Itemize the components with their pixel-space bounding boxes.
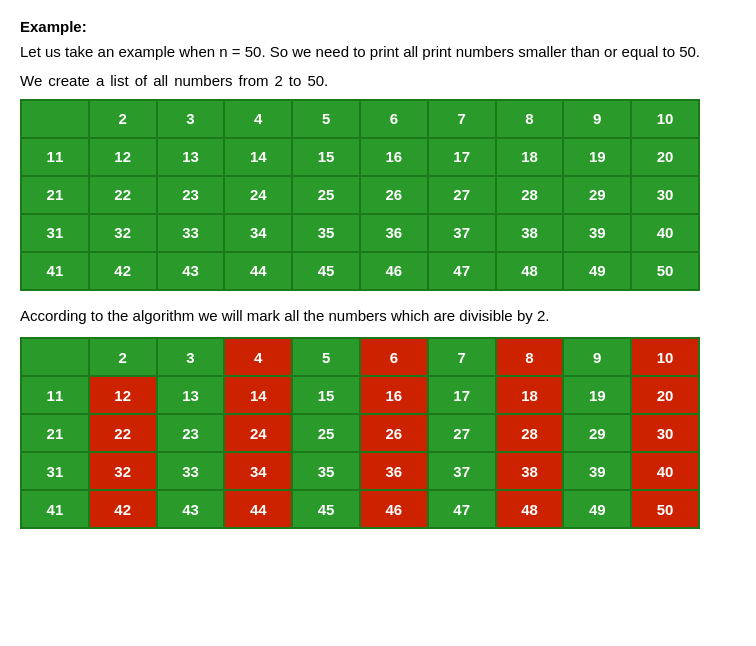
grid1-cell-r4-c9: 50: [631, 252, 699, 290]
grid2-cell-r3-c9: 40: [631, 452, 699, 490]
grid1-cell-r1-c2: 13: [157, 138, 225, 176]
grid2-cell-r2-c4: 25: [292, 414, 360, 452]
grid1-cell-r2-c2: 23: [157, 176, 225, 214]
grid1-cell-r2-c0: 21: [21, 176, 89, 214]
grid2-cell-r1-c3: 14: [224, 376, 292, 414]
grid1-cell-r4-c1: 42: [89, 252, 157, 290]
grid2-cell-r4-c6: 47: [428, 490, 496, 528]
grid1-cell-r0-c8: 9: [563, 100, 631, 138]
grid1-cell-r4-c3: 44: [224, 252, 292, 290]
grid2-cell-r3-c5: 36: [360, 452, 428, 490]
grid1-cell-r2-c5: 26: [360, 176, 428, 214]
grid1-cell-r0-c6: 7: [428, 100, 496, 138]
grid2-cell-r3-c3: 34: [224, 452, 292, 490]
grid2-cell-r4-c7: 48: [496, 490, 564, 528]
grid2-cell-r3-c6: 37: [428, 452, 496, 490]
grid1-cell-r0-c1: 2: [89, 100, 157, 138]
grid2-cell-r3-c2: 33: [157, 452, 225, 490]
grid2-cell-r1-c6: 17: [428, 376, 496, 414]
grid1-cell-r0-c0: [21, 100, 89, 138]
description-text: Let us take an example when n = 50. So w…: [20, 41, 736, 64]
grid1-cell-r3-c4: 35: [292, 214, 360, 252]
grid2-cell-r1-c9: 20: [631, 376, 699, 414]
grid1-cell-r1-c8: 19: [563, 138, 631, 176]
word-create: create: [48, 72, 90, 89]
grid1-cell-r0-c5: 6: [360, 100, 428, 138]
word-numbers: numbers: [174, 72, 232, 89]
grid2-cell-r3-c4: 35: [292, 452, 360, 490]
grid1-cell-r3-c7: 38: [496, 214, 564, 252]
grid1-cell-r4-c6: 47: [428, 252, 496, 290]
word-list: list: [110, 72, 128, 89]
word-of: of: [135, 72, 148, 89]
grid1-cell-r0-c7: 8: [496, 100, 564, 138]
grid1-cell-r2-c8: 29: [563, 176, 631, 214]
grid1-cell-r3-c1: 32: [89, 214, 157, 252]
grid1-cell-r3-c8: 39: [563, 214, 631, 252]
grid1-cell-r3-c0: 31: [21, 214, 89, 252]
grid2-cell-r0-c5: 6: [360, 338, 428, 376]
grid2-cell-r2-c3: 24: [224, 414, 292, 452]
grid2-cell-r4-c3: 44: [224, 490, 292, 528]
grid2-cell-r4-c0: 41: [21, 490, 89, 528]
grid1-cell-r0-c2: 3: [157, 100, 225, 138]
word-a: a: [96, 72, 104, 89]
grid1-table: 2345678910111213141516171819202122232425…: [20, 99, 700, 291]
grid2-cell-r3-c8: 39: [563, 452, 631, 490]
word-we: We: [20, 72, 42, 89]
grid2-cell-r4-c4: 45: [292, 490, 360, 528]
grid2-cell-r2-c7: 28: [496, 414, 564, 452]
grid2-cell-r1-c7: 18: [496, 376, 564, 414]
grid1-cell-r2-c3: 24: [224, 176, 292, 214]
grid2-cell-r2-c6: 27: [428, 414, 496, 452]
grid2-cell-r1-c8: 19: [563, 376, 631, 414]
grid2-cell-r0-c1: 2: [89, 338, 157, 376]
grid1-cell-r1-c5: 16: [360, 138, 428, 176]
word-50: 50.: [307, 72, 328, 89]
grid2-cell-r2-c2: 23: [157, 414, 225, 452]
grid1-cell-r4-c0: 41: [21, 252, 89, 290]
grid1-cell-r0-c3: 4: [224, 100, 292, 138]
grid2-cell-r3-c7: 38: [496, 452, 564, 490]
grid2-cell-r2-c8: 29: [563, 414, 631, 452]
word-to: to: [289, 72, 302, 89]
grid2-cell-r2-c1: 22: [89, 414, 157, 452]
grid2-cell-r2-c9: 30: [631, 414, 699, 452]
grid2-cell-r0-c9: 10: [631, 338, 699, 376]
grid2-cell-r4-c8: 49: [563, 490, 631, 528]
grid1-cell-r3-c6: 37: [428, 214, 496, 252]
grid2-cell-r0-c0: [21, 338, 89, 376]
grid2-cell-r1-c0: 11: [21, 376, 89, 414]
grid2-cell-r4-c5: 46: [360, 490, 428, 528]
grid1-cell-r3-c9: 40: [631, 214, 699, 252]
sentence-row: We create a list of all numbers from 2 t…: [20, 72, 736, 89]
grid2-cell-r0-c7: 8: [496, 338, 564, 376]
grid2-cell-r2-c0: 21: [21, 414, 89, 452]
grid1-cell-r1-c9: 20: [631, 138, 699, 176]
grid1-cell-r0-c9: 10: [631, 100, 699, 138]
grid2-cell-r3-c1: 32: [89, 452, 157, 490]
grid2-cell-r1-c4: 15: [292, 376, 360, 414]
grid1-cell-r2-c6: 27: [428, 176, 496, 214]
grid1-cell-r3-c5: 36: [360, 214, 428, 252]
grid2-cell-r4-c1: 42: [89, 490, 157, 528]
grid1-cell-r3-c3: 34: [224, 214, 292, 252]
grid2-cell-r0-c3: 4: [224, 338, 292, 376]
grid2-cell-r3-c0: 31: [21, 452, 89, 490]
example-label: Example:: [20, 18, 736, 35]
grid1-cell-r2-c4: 25: [292, 176, 360, 214]
grid2-cell-r2-c5: 26: [360, 414, 428, 452]
grid1-cell-r4-c2: 43: [157, 252, 225, 290]
grid1-cell-r2-c1: 22: [89, 176, 157, 214]
grid2-table: 2345678910111213141516171819202122232425…: [20, 337, 700, 529]
grid1-cell-r1-c3: 14: [224, 138, 292, 176]
grid2-cell-r1-c2: 13: [157, 376, 225, 414]
grid1-cell-r4-c7: 48: [496, 252, 564, 290]
grid1-cell-r1-c0: 11: [21, 138, 89, 176]
grid2-cell-r4-c9: 50: [631, 490, 699, 528]
grid1-cell-r3-c2: 33: [157, 214, 225, 252]
grid2-cell-r0-c2: 3: [157, 338, 225, 376]
grid1-cell-r2-c9: 30: [631, 176, 699, 214]
grid1-cell-r4-c4: 45: [292, 252, 360, 290]
word-2: 2: [275, 72, 283, 89]
